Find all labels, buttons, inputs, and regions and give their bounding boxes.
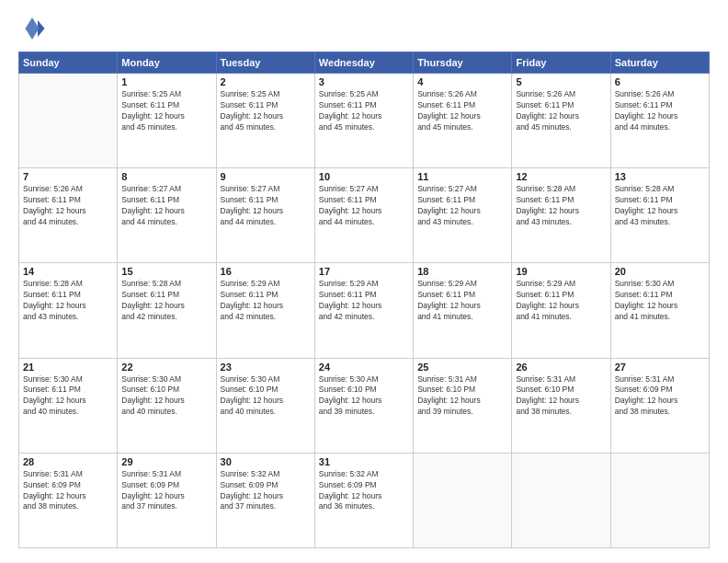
day-info: Sunrise: 5:31 AM Sunset: 6:09 PM Dayligh… [615, 374, 705, 419]
calendar-day-cell: 5Sunrise: 5:26 AM Sunset: 6:11 PM Daylig… [512, 74, 610, 168]
calendar-day-cell: 10Sunrise: 5:27 AM Sunset: 6:11 PM Dayli… [314, 168, 413, 263]
calendar-day-cell [610, 453, 709, 547]
day-number: 18 [417, 266, 507, 277]
day-info: Sunrise: 5:28 AM Sunset: 6:11 PM Dayligh… [615, 184, 705, 228]
day-number: 11 [417, 171, 507, 182]
day-number: 14 [23, 266, 113, 277]
day-info: Sunrise: 5:25 AM Sunset: 6:11 PM Dayligh… [221, 89, 311, 133]
calendar-day-cell: 17Sunrise: 5:29 AM Sunset: 6:11 PM Dayli… [314, 263, 413, 358]
day-info: Sunrise: 5:26 AM Sunset: 6:11 PM Dayligh… [615, 89, 705, 133]
calendar-day-cell: 30Sunrise: 5:32 AM Sunset: 6:09 PM Dayli… [216, 453, 314, 547]
day-info: Sunrise: 5:30 AM Sunset: 6:10 PM Dayligh… [221, 374, 311, 419]
day-number: 20 [615, 266, 705, 277]
day-info: Sunrise: 5:30 AM Sunset: 6:10 PM Dayligh… [121, 374, 211, 419]
day-info: Sunrise: 5:29 AM Sunset: 6:11 PM Dayligh… [319, 279, 409, 323]
day-number: 24 [319, 362, 409, 373]
day-info: Sunrise: 5:26 AM Sunset: 6:11 PM Dayligh… [417, 89, 507, 133]
day-info: Sunrise: 5:32 AM Sunset: 6:09 PM Dayligh… [319, 469, 409, 513]
day-info: Sunrise: 5:31 AM Sunset: 6:09 PM Dayligh… [23, 469, 113, 513]
calendar-day-cell: 15Sunrise: 5:28 AM Sunset: 6:11 PM Dayli… [118, 263, 216, 358]
day-number: 10 [319, 171, 409, 182]
day-info: Sunrise: 5:31 AM Sunset: 6:10 PM Dayligh… [516, 374, 606, 419]
calendar-day-cell: 19Sunrise: 5:29 AM Sunset: 6:11 PM Dayli… [512, 263, 610, 358]
calendar-day-cell: 11Sunrise: 5:27 AM Sunset: 6:11 PM Dayli… [414, 168, 512, 263]
day-info: Sunrise: 5:25 AM Sunset: 6:11 PM Dayligh… [319, 89, 409, 133]
calendar-table: SundayMondayTuesdayWednesdayThursdayFrid… [18, 52, 710, 548]
day-number: 5 [516, 76, 606, 87]
day-number: 23 [221, 362, 311, 373]
day-number: 29 [121, 456, 211, 467]
calendar-day-cell: 9Sunrise: 5:27 AM Sunset: 6:11 PM Daylig… [216, 168, 314, 263]
calendar-day-cell: 3Sunrise: 5:25 AM Sunset: 6:11 PM Daylig… [314, 74, 413, 168]
day-number: 27 [615, 362, 705, 373]
day-info: Sunrise: 5:31 AM Sunset: 6:10 PM Dayligh… [417, 374, 507, 419]
calendar-day-cell: 25Sunrise: 5:31 AM Sunset: 6:10 PM Dayli… [414, 358, 512, 453]
day-info: Sunrise: 5:29 AM Sunset: 6:11 PM Dayligh… [221, 279, 311, 323]
page: SundayMondayTuesdayWednesdayThursdayFrid… [0, 0, 728, 563]
day-info: Sunrise: 5:25 AM Sunset: 6:11 PM Dayligh… [121, 89, 211, 133]
day-number: 13 [615, 171, 705, 182]
calendar-day-cell: 16Sunrise: 5:29 AM Sunset: 6:11 PM Dayli… [216, 263, 314, 358]
day-number: 4 [417, 76, 507, 87]
calendar-week-row: 28Sunrise: 5:31 AM Sunset: 6:09 PM Dayli… [19, 453, 710, 547]
day-info: Sunrise: 5:28 AM Sunset: 6:11 PM Dayligh… [121, 279, 211, 323]
day-number: 16 [221, 266, 311, 277]
calendar-day-cell: 28Sunrise: 5:31 AM Sunset: 6:09 PM Dayli… [19, 453, 118, 547]
calendar-day-cell: 22Sunrise: 5:30 AM Sunset: 6:10 PM Dayli… [118, 358, 216, 453]
calendar-day-cell: 14Sunrise: 5:28 AM Sunset: 6:11 PM Dayli… [19, 263, 118, 358]
svg-marker-1 [26, 17, 40, 40]
calendar-day-cell: 6Sunrise: 5:26 AM Sunset: 6:11 PM Daylig… [610, 74, 709, 168]
calendar-day-cell [19, 74, 118, 168]
day-number: 8 [121, 171, 211, 182]
calendar-day-cell: 29Sunrise: 5:31 AM Sunset: 6:09 PM Dayli… [118, 453, 216, 547]
weekday-header: Friday [512, 52, 610, 74]
day-number: 3 [319, 76, 409, 87]
weekday-header: Monday [118, 52, 216, 74]
day-number: 21 [23, 362, 113, 373]
day-number: 1 [121, 76, 211, 87]
calendar-day-cell: 18Sunrise: 5:29 AM Sunset: 6:11 PM Dayli… [414, 263, 512, 358]
calendar-day-cell: 24Sunrise: 5:30 AM Sunset: 6:10 PM Dayli… [314, 358, 413, 453]
day-number: 26 [516, 362, 606, 373]
day-info: Sunrise: 5:28 AM Sunset: 6:11 PM Dayligh… [516, 184, 606, 228]
day-info: Sunrise: 5:30 AM Sunset: 6:11 PM Dayligh… [23, 374, 113, 419]
day-info: Sunrise: 5:29 AM Sunset: 6:11 PM Dayligh… [417, 279, 507, 323]
day-info: Sunrise: 5:27 AM Sunset: 6:11 PM Dayligh… [417, 184, 507, 228]
day-info: Sunrise: 5:26 AM Sunset: 6:11 PM Dayligh… [516, 89, 606, 133]
day-info: Sunrise: 5:30 AM Sunset: 6:11 PM Dayligh… [615, 279, 705, 323]
day-info: Sunrise: 5:27 AM Sunset: 6:11 PM Dayligh… [221, 184, 311, 228]
day-info: Sunrise: 5:32 AM Sunset: 6:09 PM Dayligh… [221, 469, 311, 513]
calendar-day-cell: 31Sunrise: 5:32 AM Sunset: 6:09 PM Dayli… [314, 453, 413, 547]
calendar-day-cell: 8Sunrise: 5:27 AM Sunset: 6:11 PM Daylig… [118, 168, 216, 263]
calendar-day-cell: 2Sunrise: 5:25 AM Sunset: 6:11 PM Daylig… [216, 74, 314, 168]
calendar-day-cell: 7Sunrise: 5:26 AM Sunset: 6:11 PM Daylig… [19, 168, 118, 263]
calendar-week-row: 1Sunrise: 5:25 AM Sunset: 6:11 PM Daylig… [19, 74, 710, 168]
day-number: 19 [516, 266, 606, 277]
day-number: 28 [23, 456, 113, 467]
day-number: 9 [221, 171, 311, 182]
calendar-day-cell: 23Sunrise: 5:30 AM Sunset: 6:10 PM Dayli… [216, 358, 314, 453]
day-info: Sunrise: 5:26 AM Sunset: 6:11 PM Dayligh… [23, 184, 113, 228]
calendar-day-cell: 13Sunrise: 5:28 AM Sunset: 6:11 PM Dayli… [610, 168, 709, 263]
day-number: 12 [516, 171, 606, 182]
logo-icon [18, 15, 46, 42]
calendar-day-cell: 21Sunrise: 5:30 AM Sunset: 6:11 PM Dayli… [19, 358, 118, 453]
logo [18, 15, 50, 42]
day-number: 25 [417, 362, 507, 373]
calendar-day-cell: 4Sunrise: 5:26 AM Sunset: 6:11 PM Daylig… [414, 74, 512, 168]
weekday-header: Thursday [414, 52, 512, 74]
weekday-header: Wednesday [314, 52, 413, 74]
calendar-week-row: 21Sunrise: 5:30 AM Sunset: 6:11 PM Dayli… [19, 358, 710, 453]
calendar-day-cell [512, 453, 610, 547]
day-number: 7 [23, 171, 113, 182]
day-number: 22 [121, 362, 211, 373]
day-number: 6 [615, 76, 705, 87]
day-number: 15 [121, 266, 211, 277]
calendar-day-cell: 20Sunrise: 5:30 AM Sunset: 6:11 PM Dayli… [610, 263, 709, 358]
calendar-day-cell: 12Sunrise: 5:28 AM Sunset: 6:11 PM Dayli… [512, 168, 610, 263]
day-info: Sunrise: 5:31 AM Sunset: 6:09 PM Dayligh… [121, 469, 211, 513]
weekday-header-row: SundayMondayTuesdayWednesdayThursdayFrid… [19, 52, 710, 74]
calendar-day-cell: 1Sunrise: 5:25 AM Sunset: 6:11 PM Daylig… [118, 74, 216, 168]
calendar-week-row: 7Sunrise: 5:26 AM Sunset: 6:11 PM Daylig… [19, 168, 710, 263]
day-info: Sunrise: 5:27 AM Sunset: 6:11 PM Dayligh… [121, 184, 211, 228]
